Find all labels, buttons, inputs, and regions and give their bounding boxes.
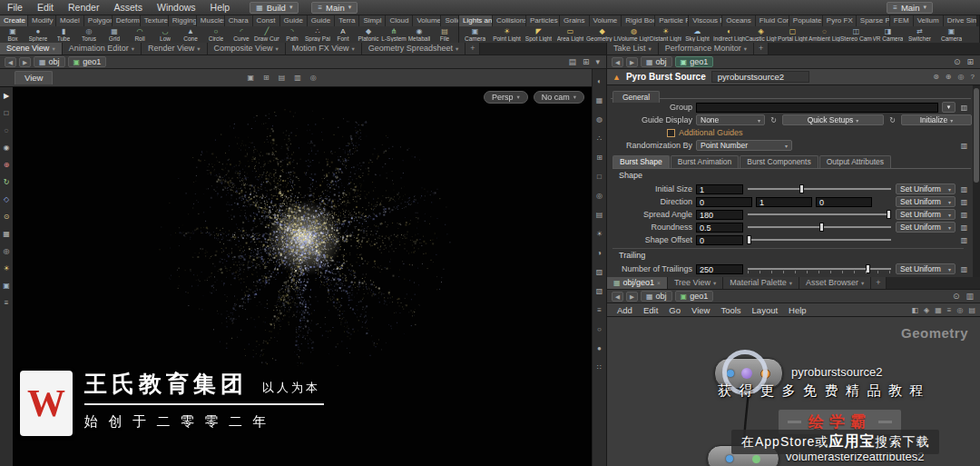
shelf-tool-ambient-light[interactable]: ◌Ambient Light [808,26,840,43]
shelf-tool-sky-light[interactable]: ☁Sky Light [681,26,713,43]
menu-windows[interactable]: Windows [150,0,203,15]
shelf-tool-vr-camera[interactable]: ◨VR Camera [872,26,904,43]
shelf-tool-portal-light[interactable]: ▢Portal Light [777,26,808,43]
param-field[interactable]: 180 [696,210,743,220]
shelf-tool-geometry-light[interactable]: ◆Geometry Light [586,26,618,43]
path-chip-geo1[interactable]: ▣geo1 [675,56,714,67]
folder-tab-general[interactable]: General [612,91,660,103]
network-tab-material-palette[interactable]: Material Palette▾ [723,277,799,289]
shelf-tool-platonic[interactable]: ◆Platonic [356,26,381,43]
field-guide-icon[interactable]: ● [597,344,602,352]
shelf-tool-path[interactable]: ◝Path [279,26,305,43]
network-menu-help[interactable]: Help [783,305,812,315]
shelf-tab-modify[interactable]: Modify [28,15,56,26]
shelf-tab-deform[interactable]: Deform [113,15,141,26]
randomization-by-select[interactable]: Point Number▾ [696,140,792,151]
shelf-tab-pyro-fx[interactable]: Pyro FX [823,15,857,26]
grid-snap-icon[interactable]: ▦ [935,306,942,314]
network-tab-asset-browser[interactable]: Asset Browser▾ [799,277,871,289]
layout-icon[interactable]: ⊞ [581,57,592,66]
shelf-tab-vellum[interactable]: Vellum [914,15,944,26]
path-chip-obj[interactable]: ▦obj [641,56,672,67]
pane-tab-scene-view[interactable]: Scene View▾ [0,43,63,55]
snap-tool-icon[interactable]: ▦ [3,230,10,238]
pane-tab-animation-editor[interactable]: Animation Editor▾ [63,43,142,55]
camera-tool-icon[interactable]: ▣ [3,282,10,290]
quick-setups-button[interactable]: Quick Setups▾ [782,114,884,125]
shelf-tool-box[interactable]: ▣Box [0,26,25,43]
view-tool-icon[interactable]: ◎ [4,247,10,255]
projection-selector[interactable]: Persp ▾ [484,91,528,104]
wireframe-icon[interactable]: ▦ [596,96,603,104]
rotate-tool-icon[interactable]: ↻ [4,178,10,186]
gear-icon[interactable]: ⊛ [933,73,939,81]
network-tab-tree-view[interactable]: Tree View▾ [668,277,723,289]
shelf-tool-font[interactable]: AFont [330,26,356,43]
network-menu-tools[interactable]: Tools [715,305,746,315]
shelf-tab-rigging[interactable]: Rigging [169,15,197,26]
shelf-tab-model[interactable]: Model [56,15,84,26]
find-icon[interactable]: ◎ [956,306,963,314]
shelf-tab-drive-sim[interactable]: Drive Sim [944,15,977,26]
parameter-scrollbar[interactable] [973,85,980,277]
per-point-toggle-icon[interactable]: ▥ [959,265,969,273]
shelf-tool-torus[interactable]: ◎Torus [76,26,102,43]
per-point-toggle-icon[interactable]: ▥ [959,211,969,219]
shelf-tab-cloud[interactable]: Cloud [386,15,413,26]
shelf-tool-roll[interactable]: ◠Roll [127,26,152,43]
shelf-tab-lights-and[interactable]: Lights and [459,15,493,26]
shelf-tool-cone[interactable]: ▲Cone [178,26,203,43]
param-field[interactable]: 0 [816,197,872,207]
shelf-tool-volume-light[interactable]: ◍Volume Light [618,26,650,43]
param-field[interactable]: 0 [696,235,743,245]
pane-tab-render-view[interactable]: Render View▾ [142,43,208,55]
slider-handle[interactable] [799,184,804,193]
lasso-select-icon[interactable]: ◌ [5,126,9,134]
shelf-tool-grid[interactable]: ▦Grid [102,26,127,43]
shelf-tool-point-light[interactable]: ☀Point Light [491,26,523,43]
shelf-tab-rigid-bodies[interactable]: Rigid Bodies [622,15,655,26]
pin-icon[interactable]: ⊙ [952,57,963,66]
pane-tab-take-list[interactable]: Take List▾ [607,43,659,55]
shelf-tool-draw-curve[interactable]: ╱Draw Curve [254,26,279,43]
param-slider[interactable] [747,234,892,245]
display-options-icon[interactable]: ∷ [597,363,602,372]
shelf-tool-tube[interactable]: ▮Tube [51,26,76,43]
menu-assets[interactable]: Assets [106,0,150,15]
new-pane-tab-button[interactable]: + [466,43,480,55]
expand-icon[interactable]: ▾ [593,57,602,66]
shelf-tool-camera[interactable]: ▣Camera [936,26,967,43]
display-grid-icon[interactable]: ⊞ [596,154,603,162]
shelf-tool-spot-light[interactable]: ◤Spot Light [523,26,554,43]
pane-tab-geometry-spreadsheet[interactable]: Geometry Spreadsheet▾ [362,43,466,55]
snapshot-icon[interactable]: ▤ [279,74,286,82]
param-slider[interactable] [747,222,892,233]
back-button[interactable]: ◀ [612,292,623,302]
shelf-tab-volume[interactable]: Volume [590,15,622,26]
shelf-tool-l-system[interactable]: ⋔L-System [381,26,407,43]
shelf-tool-camera[interactable]: ▣Camera [459,26,491,43]
brush-select-icon[interactable]: ◉ [4,144,10,152]
path-chip-obj[interactable]: ▦obj [641,291,672,302]
snapshot-icon[interactable]: ▤ [566,57,578,66]
pose-tool-icon[interactable]: ⊙ [4,213,10,221]
param-tab-output-attributes[interactable]: Output Attributes [819,155,891,168]
refresh-icon[interactable]: ↻ [887,116,897,124]
box-select-icon[interactable]: □ [5,109,9,117]
slider-handle[interactable] [866,264,870,273]
network-menu-go[interactable]: Go [663,305,686,315]
help-icon[interactable]: ? [971,73,975,81]
network-menu-view[interactable]: View [686,305,715,315]
param-tab-burst-animation[interactable]: Burst Animation [671,155,740,168]
param-slider[interactable] [747,183,892,194]
shelf-tool-file[interactable]: ▤File [432,26,457,43]
initialize-button[interactable]: Initialize▾ [901,114,972,125]
menu-file[interactable]: File [0,0,30,15]
pane-tab-composite-view[interactable]: Composite View▾ [208,43,286,55]
camera-selector[interactable]: No cam ▾ [534,91,584,104]
shelf-tab-oceans[interactable]: Oceans [722,15,756,26]
param-field[interactable]: 0.5 [696,223,743,233]
shelf-tab-polygon[interactable]: Polygon [84,15,113,26]
param-slider[interactable] [747,209,892,220]
view-tool-tab[interactable]: View [15,71,53,84]
